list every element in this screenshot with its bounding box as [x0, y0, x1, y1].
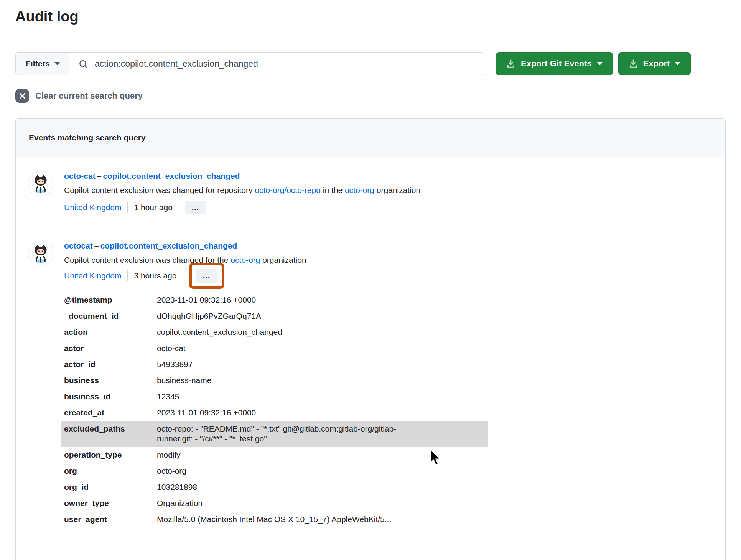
- download-icon: [629, 59, 638, 68]
- detail-value: business-name: [157, 376, 211, 385]
- detail-row: business business-name: [61, 372, 488, 389]
- event-details: @timestamp 2023-11-01 09:32:16 +0000 _do…: [61, 292, 488, 527]
- events-panel-header: Events matching search query: [16, 119, 725, 157]
- detail-key: @timestamp: [64, 295, 157, 305]
- detail-key: owner_type: [64, 498, 157, 508]
- event-actor-link[interactable]: octo-cat: [64, 171, 96, 180]
- detail-key: business: [64, 376, 157, 385]
- detail-row: operation_type modify: [61, 447, 488, 463]
- export-button-label: Export: [643, 59, 670, 69]
- chevron-down-icon: [597, 62, 603, 65]
- detail-row: @timestamp 2023-11-01 09:32:16 +0000: [61, 292, 488, 308]
- detail-key: actor_id: [64, 359, 157, 369]
- detail-value: copilot.content_exclusion_changed: [157, 327, 282, 337]
- detail-row: org_id 103281898: [61, 479, 488, 495]
- event-more-button[interactable]: …: [196, 269, 217, 283]
- detail-key: org: [64, 466, 157, 476]
- detail-row: user_agent Mozilla/5.0 (Macintosh Intel …: [61, 511, 488, 527]
- event-action-link[interactable]: copilot.content_exclusion_changed: [103, 171, 240, 180]
- event-more-button[interactable]: …: [185, 201, 206, 214]
- search-icon: [78, 59, 88, 69]
- toolbar: Filters Export Git Events: [15, 52, 726, 75]
- detail-value: octo-repo: - "README.md" - "*.txt" git@g…: [157, 424, 425, 444]
- octocat-avatar[interactable]: [28, 241, 53, 266]
- annotation-highlight-box: …: [189, 263, 224, 289]
- detail-row: business_id 12345: [61, 389, 488, 405]
- next-event-row-partial: [16, 540, 725, 560]
- detail-value: 12345: [157, 392, 179, 402]
- filter-search-group: Filters: [15, 52, 484, 75]
- toolbar-buttons: Export Git Events Export: [496, 52, 691, 75]
- detail-value: dOhqqhGHjp6PvZGarQq71A: [157, 311, 261, 321]
- event-body: octo-cat–copilot.content_exclusion_chang…: [64, 171, 713, 214]
- inline-link[interactable]: octo-org: [345, 186, 374, 194]
- detail-key: org_id: [64, 482, 157, 492]
- chevron-down-icon: [675, 62, 680, 65]
- meta-divider: [127, 202, 128, 213]
- detail-value: 103281898: [157, 482, 197, 492]
- detail-key: business_id: [64, 392, 157, 402]
- meta-divider: [179, 202, 179, 213]
- page-title: Audit log: [15, 8, 726, 25]
- event-title: octo-cat–copilot.content_exclusion_chang…: [64, 171, 713, 181]
- event-action-link[interactable]: copilot.content_exclusion_changed: [100, 241, 237, 250]
- detail-value: Organization: [157, 498, 203, 508]
- event-description: Copilot content exclusion was changed fo…: [64, 185, 713, 195]
- chevron-down-icon: [54, 62, 60, 65]
- event-time: 3 hours ago: [134, 271, 176, 280]
- detail-key: operation_type: [64, 450, 157, 460]
- detail-value: 2023-11-01 09:32:16 +0000: [157, 408, 256, 418]
- title-divider: [15, 35, 726, 35]
- detail-row: _document_id dOhqqhGHjp6PvZGarQq71A: [61, 308, 488, 324]
- search-box[interactable]: [70, 52, 484, 75]
- event-actor-link[interactable]: octocat: [64, 241, 93, 250]
- detail-value: 54933897: [157, 359, 193, 369]
- event-title-separator: –: [96, 171, 103, 180]
- detail-row: excluded_paths octo-repo: - "README.md" …: [61, 421, 488, 447]
- octocat-avatar[interactable]: [28, 171, 53, 196]
- event-meta: United Kingdom 1 hour ago …: [64, 201, 713, 214]
- event-location-link[interactable]: United Kingdom: [64, 271, 121, 280]
- event-body: octocat–copilot.content_exclusion_change…: [64, 241, 713, 527]
- detail-row: created_at 2023-11-01 09:32:16 +0000: [61, 405, 488, 421]
- detail-key: actor: [64, 343, 157, 353]
- audit-event-row-expanded: octocat–copilot.content_exclusion_change…: [16, 227, 725, 540]
- event-location-link[interactable]: United Kingdom: [64, 203, 121, 212]
- detail-row: actor_id 54933897: [61, 356, 488, 372]
- detail-key: user_agent: [64, 514, 157, 524]
- description-text: organization: [374, 186, 420, 194]
- detail-row: org octo-org: [61, 463, 488, 479]
- description-text: in the: [321, 186, 345, 194]
- event-meta: United Kingdom 3 hours ago …: [64, 270, 713, 281]
- inline-link[interactable]: octo-org/octo-repo: [255, 186, 321, 194]
- detail-key: created_at: [64, 408, 157, 418]
- detail-value: octo-cat: [157, 343, 186, 353]
- audit-log-page: Audit log Filters Export Git Events: [0, 8, 741, 560]
- circle-x-icon[interactable]: [15, 89, 29, 103]
- export-button[interactable]: Export: [618, 52, 691, 75]
- export-git-events-button[interactable]: Export Git Events: [496, 52, 613, 75]
- event-title: octocat–copilot.content_exclusion_change…: [64, 241, 713, 251]
- detail-row: action copilot.content_exclusion_changed: [61, 324, 488, 340]
- inline-link[interactable]: octo-org: [231, 255, 260, 264]
- event-description: Copilot content exclusion was changed fo…: [64, 255, 713, 265]
- search-input[interactable]: [94, 58, 476, 69]
- filters-button[interactable]: Filters: [15, 52, 70, 75]
- detail-row: owner_type Organization: [61, 495, 488, 511]
- clear-search-label[interactable]: Clear current search query: [35, 91, 143, 101]
- detail-value: modify: [157, 450, 181, 460]
- detail-key: _document_id: [64, 311, 157, 321]
- download-icon: [506, 59, 515, 68]
- detail-value: Mozilla/5.0 (Macintosh Intel Mac OS X 10…: [157, 514, 391, 524]
- events-panel: Events matching search query octo-cat–co…: [15, 118, 726, 560]
- filters-button-label: Filters: [26, 59, 50, 68]
- detail-key: action: [64, 327, 157, 337]
- description-text: Copilot content exclusion was changed fo…: [64, 186, 255, 194]
- detail-key: excluded_paths: [64, 424, 157, 444]
- event-time: 1 hour ago: [134, 203, 172, 212]
- meta-divider: [127, 270, 128, 281]
- export-git-events-label: Export Git Events: [521, 59, 592, 69]
- audit-event-row: octo-cat–copilot.content_exclusion_chang…: [16, 157, 725, 227]
- detail-row: actor octo-cat: [61, 340, 488, 356]
- meta-divider: [183, 270, 183, 281]
